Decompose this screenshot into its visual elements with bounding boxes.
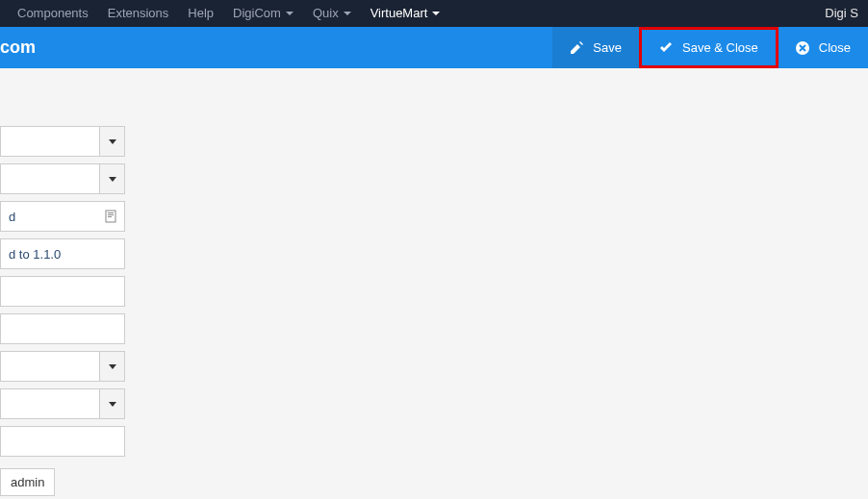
chevron-down-icon (286, 12, 294, 15)
close-icon (796, 41, 809, 55)
chevron-down-icon (109, 402, 116, 407)
action-bar: com Save Save & Close Close (0, 27, 868, 68)
nav-components[interactable]: Components (8, 0, 98, 27)
input-4[interactable]: d to 1.1.0 (0, 238, 125, 269)
admin-chip[interactable]: admin (0, 468, 55, 496)
chevron-down-icon (109, 177, 116, 182)
edit-icon (570, 41, 583, 55)
input-3[interactable]: d (0, 201, 125, 232)
field-row-2 (0, 163, 125, 194)
svg-rect-4 (108, 216, 112, 217)
save-label: Save (593, 40, 622, 55)
nav-quix[interactable]: Quix (303, 0, 361, 27)
select-1-toggle[interactable] (99, 126, 125, 157)
field-row-4: d to 1.1.0 (0, 238, 125, 269)
select-2-toggle[interactable] (99, 163, 125, 194)
select-2[interactable] (0, 163, 99, 194)
select-7-toggle[interactable] (99, 351, 125, 382)
field-row-3: d (0, 201, 125, 232)
select-7[interactable] (0, 351, 99, 382)
field-row-8 (0, 388, 125, 419)
input-6[interactable] (0, 313, 125, 344)
chevron-down-icon (344, 12, 351, 15)
svg-rect-3 (108, 214, 114, 215)
nav-quix-label: Quix (313, 0, 339, 27)
nav-virtuemart-label: VirtueMart (370, 0, 428, 27)
input-4-value: d to 1.1.0 (9, 247, 61, 262)
select-8-toggle[interactable] (99, 388, 125, 419)
nav-digicom-label: DigiCom (233, 0, 281, 27)
action-buttons: Save Save & Close Close (552, 27, 868, 68)
nav-virtuemart[interactable]: VirtueMart (361, 0, 450, 27)
field-row-7 (0, 351, 125, 382)
field-row-6 (0, 313, 125, 344)
input-9[interactable] (0, 426, 125, 457)
admin-chip-row: admin (0, 463, 125, 496)
select-1[interactable] (0, 126, 99, 157)
field-row-9 (0, 426, 125, 457)
close-button[interactable]: Close (779, 27, 868, 68)
save-close-button[interactable]: Save & Close (642, 30, 776, 65)
form-area: d d to 1.1.0 admin (0, 68, 125, 496)
save-button[interactable]: Save (552, 27, 639, 68)
input-5[interactable] (0, 276, 125, 307)
form-icon (105, 210, 116, 223)
chevron-down-icon (432, 12, 440, 15)
nav-help[interactable]: Help (178, 0, 223, 27)
chevron-down-icon (109, 139, 116, 144)
nav-right-text: Digi S (815, 0, 868, 27)
save-close-highlight: Save & Close (639, 27, 779, 68)
select-8[interactable] (0, 388, 99, 419)
field-row-1 (0, 126, 125, 157)
nav-extensions[interactable]: Extensions (98, 0, 179, 27)
svg-rect-2 (108, 212, 114, 213)
save-close-label: Save & Close (682, 40, 758, 55)
chevron-down-icon (109, 364, 116, 369)
nav-digicom[interactable]: DigiCom (223, 0, 303, 27)
field-row-5 (0, 276, 125, 307)
page-title: com (0, 37, 36, 58)
check-icon (659, 41, 673, 55)
top-navbar: Components Extensions Help DigiCom Quix … (0, 0, 868, 27)
close-label: Close (819, 40, 851, 55)
input-3-value: d (9, 210, 15, 224)
